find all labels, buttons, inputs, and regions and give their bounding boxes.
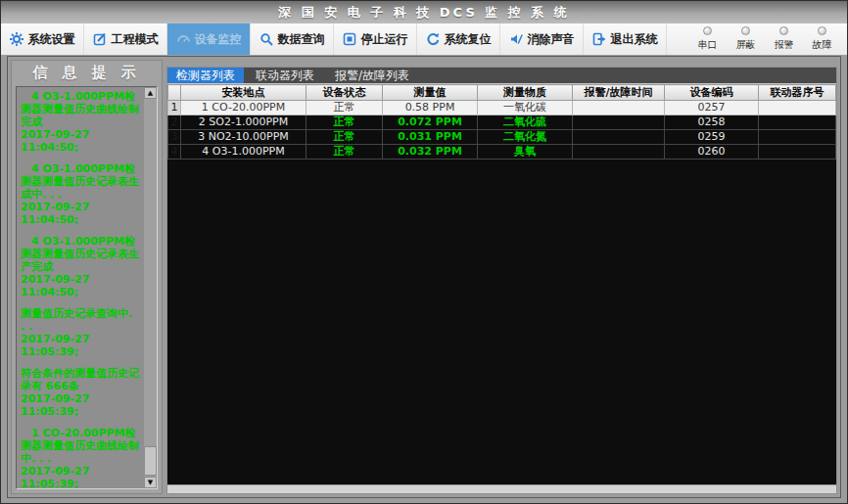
cell-measure-value: 0.032 PPM <box>383 145 478 160</box>
gauge-icon <box>176 32 190 46</box>
log-timestamp: 2017-09-27 11:05:39; <box>21 333 140 358</box>
info-scrollbar[interactable]: ▲ ▼ <box>144 87 157 488</box>
scrollbar-thumb[interactable] <box>144 446 157 476</box>
cell-measure-substance: 臭氧 <box>478 145 573 160</box>
toolbar-button-label: 消除声音 <box>528 31 575 48</box>
cell-alarm-time <box>573 130 665 145</box>
system-settings-button[interactable]: 系统设置 <box>1 23 84 55</box>
tab-bar: 检测器列表 联动器列表 报警/故障列表 <box>167 68 836 84</box>
edit-icon <box>93 32 107 46</box>
toolbar-button-label: 系统设置 <box>28 31 75 48</box>
column-header: 安装地点 <box>181 85 306 101</box>
cell-measure-substance: 二氧化氮 <box>478 130 573 145</box>
toolbar-button-label: 系统复位 <box>445 31 492 48</box>
log-message: 测量值历史记录查询中. . . <box>21 307 140 333</box>
content-area: 信 息 提 示 4 O3-1.000PPM检测器测量值历史曲线绘制完成 2017… <box>7 56 841 498</box>
cell-linkage-serial <box>759 115 836 130</box>
column-header: 报警/故障时间 <box>573 85 665 101</box>
row-number-header <box>168 85 181 101</box>
cell-linkage-serial <box>759 101 836 115</box>
table-row[interactable]: 4 4 O3-1.000PPM 正常 0.032 PPM 臭氧 0260 <box>168 145 836 160</box>
cell-measure-value: 0.58 PPM <box>383 101 478 115</box>
cell-device-status: 正常 <box>306 130 383 145</box>
indicator-fault: 故障 <box>803 26 841 52</box>
toolbar: 系统设置 工程模式 设备监控 数据查询 停止运行 <box>1 23 847 56</box>
cell-device-status: 正常 <box>306 115 383 130</box>
table-horizontal-scrollbar[interactable] <box>167 484 836 493</box>
log-timestamp: 2017-09-27 11:05:39; <box>21 392 140 418</box>
column-header: 设备状态 <box>306 85 383 101</box>
info-panel: 信 息 提 示 4 O3-1.000PPM检测器测量值历史曲线绘制完成 2017… <box>11 60 163 494</box>
toolbar-button-label: 停止运行 <box>361 31 408 48</box>
app-window: 深 国 安 电 子 科 技 DCS 监 控 系 统 系统设置 工程模式 设备监控 <box>0 0 848 504</box>
table-row[interactable]: 3 3 NO2-10.00PPM 正常 0.031 PPM 二氧化氮 0259 <box>168 130 836 145</box>
cell-install-location: 4 O3-1.000PPM <box>181 145 306 160</box>
cell-device-code: 0258 <box>665 115 759 130</box>
tab-alarm-fault-list[interactable]: 报警/故障列表 <box>326 68 418 83</box>
engineering-mode-button[interactable]: 工程模式 <box>84 23 167 55</box>
cell-device-code: 0260 <box>665 145 759 160</box>
table-header-row: 安装地点 设备状态 测量值 测量物质 报警/故障时间 设备编码 联动器序号 <box>168 85 836 101</box>
row-number: 4 <box>168 145 181 160</box>
log-message: 4 O3-1.000PPM检测器测量值历史记录表生产完成 <box>21 235 140 273</box>
device-monitor-button[interactable]: 设备监控 <box>167 23 251 55</box>
indicator-alarm: 报警 <box>765 26 803 52</box>
exit-system-button[interactable]: 退出系统 <box>584 23 667 55</box>
log-timestamp: 2017-09-27 11:04:50; <box>21 128 140 154</box>
indicator-shield: 屏蔽 <box>727 26 765 52</box>
cell-alarm-time <box>573 101 665 115</box>
toolbar-button-label: 设备监控 <box>195 31 242 48</box>
row-number: 3 <box>168 130 181 145</box>
data-query-button[interactable]: 数据查询 <box>251 23 334 55</box>
app-title: 深 国 安 电 子 科 技 DCS 监 控 系 统 <box>278 4 570 22</box>
system-reset-button[interactable]: 系统复位 <box>417 23 500 55</box>
log-message: 1 CO-20.00PPM检测器测量值历史曲线绘制中. . . <box>21 427 140 465</box>
cell-install-location: 3 NO2-10.00PPM <box>181 130 306 145</box>
info-log-list: 4 O3-1.000PPM检测器测量值历史曲线绘制完成 2017-09-27 1… <box>16 86 158 489</box>
table-row[interactable]: 1 1 CO-20.00PPM 正常 0.58 PPM 一氧化碳 0257 <box>168 101 836 115</box>
tab-linkage-list[interactable]: 联动器列表 <box>247 68 323 83</box>
tab-detector-list[interactable]: 检测器列表 <box>167 68 244 83</box>
toolbar-button-label: 数据查询 <box>278 31 325 48</box>
gear-icon <box>10 32 24 46</box>
scroll-down-arrow-icon[interactable]: ▼ <box>144 477 157 488</box>
info-panel-title: 信 息 提 示 <box>12 61 162 84</box>
log-timestamp: 2017-09-27 11:05:39; <box>21 465 140 489</box>
status-indicators: 串口 屏蔽 报警 故障 <box>667 23 847 55</box>
stop-icon <box>343 32 356 46</box>
indicator-label: 屏蔽 <box>736 38 756 52</box>
cell-device-code: 0259 <box>665 130 759 145</box>
indicator-label: 报警 <box>775 38 794 52</box>
detector-table: 安装地点 设备状态 测量值 测量物质 报警/故障时间 设备编码 联动器序号 1 … <box>167 84 836 160</box>
column-header: 测量值 <box>383 85 478 101</box>
mute-icon <box>509 32 523 46</box>
indicator-label: 串口 <box>698 38 718 52</box>
log-message: 4 O3-1.000PPM检测器测量值历史曲线绘制完成 <box>21 90 140 128</box>
log-entry: 测量值历史记录查询中. . . 2017-09-27 11:05:39; <box>21 307 140 358</box>
cell-device-code: 0257 <box>665 101 759 115</box>
cell-measure-value: 0.031 PPM <box>383 130 478 145</box>
mute-sound-button[interactable]: 消除声音 <box>500 23 584 55</box>
scroll-up-arrow-icon[interactable]: ▲ <box>144 87 157 99</box>
cell-measure-substance: 二氧化硫 <box>478 115 573 130</box>
log-timestamp: 2017-09-27 11:04:50; <box>21 201 140 226</box>
column-header: 测量物质 <box>478 85 573 101</box>
column-header: 联动器序号 <box>759 85 836 101</box>
log-entry: 4 O3-1.000PPM检测器测量值历史记录表生成中. . . 2017-09… <box>21 162 140 226</box>
cell-measure-value: 0.072 PPM <box>383 115 478 130</box>
cell-linkage-serial <box>759 130 836 145</box>
toolbar-button-label: 工程模式 <box>112 31 159 48</box>
column-header: 设备编码 <box>665 85 759 101</box>
exit-icon <box>592 32 606 46</box>
log-entry: 4 O3-1.000PPM检测器测量值历史记录表生产完成 2017-09-27 … <box>21 235 140 298</box>
cell-device-status: 正常 <box>306 101 383 115</box>
log-entry: 1 CO-20.00PPM检测器测量值历史曲线绘制中. . . 2017-09-… <box>21 427 140 489</box>
stop-run-button[interactable]: 停止运行 <box>334 23 417 55</box>
cell-measure-substance: 一氧化碳 <box>478 101 573 115</box>
indicator-serial-port: 串口 <box>688 26 727 52</box>
log-entry: 4 O3-1.000PPM检测器测量值历史曲线绘制完成 2017-09-27 1… <box>21 90 140 154</box>
log-message: 符合条件的测量值历史记录有 666条 <box>21 367 140 392</box>
serial-port-led-icon <box>703 26 712 35</box>
shield-led-icon <box>741 26 750 35</box>
table-row[interactable]: 2 2 SO2-1.000PPM 正常 0.072 PPM 二氧化硫 0258 <box>168 115 836 130</box>
